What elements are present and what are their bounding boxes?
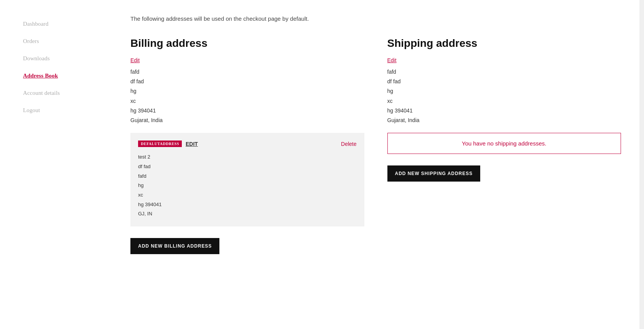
shipping-title: Shipping address	[387, 37, 621, 50]
addresses-grid: Billing address Edit fafddf fadhgxchg 39…	[130, 37, 621, 254]
scrollbar[interactable]	[639, 0, 644, 329]
billing-card-header-left: DEFALUTADDRESS EDIT	[138, 141, 198, 147]
sidebar-item-account-details[interactable]: Account details	[23, 84, 96, 102]
billing-card-edit-link[interactable]: EDIT	[186, 141, 198, 147]
sidebar: Dashboard Orders Downloads Address Book …	[0, 0, 107, 329]
sidebar-link-orders[interactable]: Orders	[23, 38, 39, 44]
sidebar-item-orders[interactable]: Orders	[23, 33, 96, 50]
billing-default-address: fafddf fadhgxchg 394041Gujarat, India	[130, 67, 364, 125]
add-billing-address-button[interactable]: ADD NEW BILLING ADDRESS	[130, 238, 219, 254]
shipping-address-section: Shipping address Edit fafddf fadhgxchg 3…	[387, 37, 621, 254]
sidebar-link-logout[interactable]: Logout	[23, 107, 40, 113]
billing-card-delete-link[interactable]: Delete	[341, 141, 356, 147]
billing-address-card: DEFALUTADDRESS EDIT Delete test 2df fadf…	[130, 133, 364, 226]
shipping-edit-link[interactable]: Edit	[387, 57, 397, 63]
billing-title: Billing address	[130, 37, 364, 50]
billing-edit-link[interactable]: Edit	[130, 57, 140, 63]
no-shipping-address-text: You have no shipping addresses.	[462, 140, 546, 147]
sidebar-link-dashboard[interactable]: Dashboard	[23, 21, 48, 27]
intro-text: The following addresses will be used on …	[130, 15, 621, 22]
sidebar-nav: Dashboard Orders Downloads Address Book …	[23, 15, 96, 119]
sidebar-item-dashboard[interactable]: Dashboard	[23, 15, 96, 33]
sidebar-link-account-details[interactable]: Account details	[23, 90, 60, 96]
billing-card-header: DEFALUTADDRESS EDIT Delete	[138, 141, 357, 147]
no-shipping-address-box: You have no shipping addresses.	[387, 133, 621, 154]
sidebar-link-downloads[interactable]: Downloads	[23, 55, 50, 61]
shipping-default-address: fafddf fadhgxchg 394041Gujarat, India	[387, 67, 621, 125]
default-badge: DEFALUTADDRESS	[138, 141, 182, 147]
billing-address-section: Billing address Edit fafddf fadhgxchg 39…	[130, 37, 364, 254]
add-shipping-address-button[interactable]: ADD NEW SHIPPING ADDRESS	[387, 165, 481, 182]
sidebar-item-downloads[interactable]: Downloads	[23, 50, 96, 67]
sidebar-item-logout[interactable]: Logout	[23, 102, 96, 119]
billing-card-address-lines: test 2df fadfafdhgxchg 394041GJ, IN	[138, 152, 357, 219]
main-content: The following addresses will be used on …	[107, 0, 644, 329]
sidebar-item-address-book[interactable]: Address Book	[23, 67, 96, 84]
sidebar-link-address-book[interactable]: Address Book	[23, 73, 58, 79]
